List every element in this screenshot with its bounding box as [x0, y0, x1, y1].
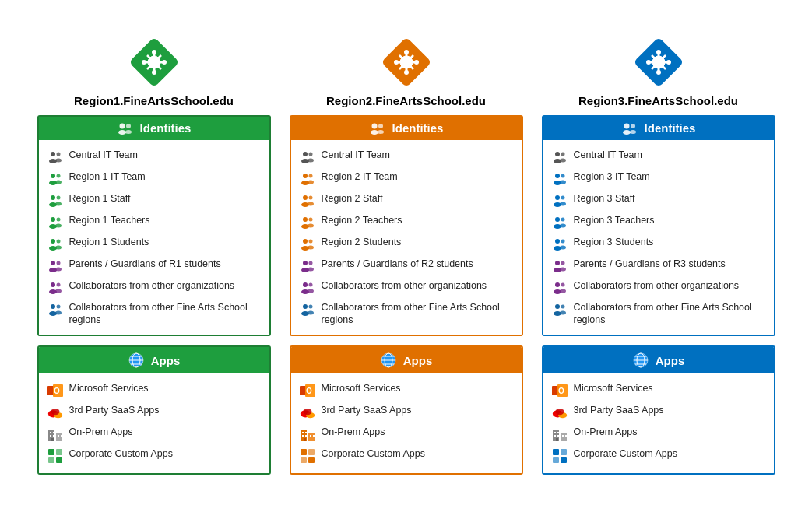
identity-icon — [47, 170, 64, 188]
app-label: Corporate Custom Apps — [574, 447, 766, 460]
region-diamond-icon-2 — [379, 35, 434, 89]
svg-point-181 — [560, 289, 566, 293]
svg-text:O: O — [54, 387, 60, 395]
list-item: Region 1 Teachers — [47, 212, 262, 233]
svg-point-170 — [555, 239, 560, 244]
list-item: O Microsoft Services — [551, 380, 766, 402]
svg-point-44 — [56, 304, 60, 308]
svg-point-158 — [555, 174, 560, 178]
identity-label: Region 1 Students — [69, 236, 262, 248]
apps-body-3: O Microsoft Services 3rd Party SaaS Apps… — [543, 373, 774, 473]
svg-point-173 — [560, 245, 566, 249]
identity-icon — [47, 149, 64, 166]
svg-point-24 — [56, 195, 60, 199]
svg-point-21 — [55, 180, 62, 184]
svg-point-94 — [308, 195, 312, 199]
identity-icon — [551, 301, 568, 318]
svg-point-112 — [303, 304, 308, 309]
identity-icon — [47, 301, 64, 318]
app-icon — [551, 404, 568, 421]
identity-label: Region 2 IT Team — [322, 170, 514, 183]
svg-point-40 — [56, 282, 60, 286]
list-item: Collaborators from other Fine Arts Schoo… — [47, 299, 262, 329]
svg-point-12 — [126, 124, 131, 128]
app-icon: O — [299, 382, 316, 399]
list-item: O Microsoft Services — [299, 380, 514, 402]
svg-point-152 — [631, 124, 635, 128]
svg-point-84 — [303, 152, 308, 156]
svg-rect-132 — [305, 435, 307, 437]
apps-box-2: Apps O Microsoft Services 3rd Party SaaS… — [290, 345, 523, 475]
svg-point-168 — [561, 217, 564, 221]
list-item: Region 1 Staff — [47, 190, 262, 212]
svg-rect-68 — [48, 457, 54, 463]
svg-rect-61 — [50, 435, 51, 437]
svg-rect-202 — [557, 435, 559, 437]
identities-body-2: Central IT Team Region 2 IT Team Region … — [291, 140, 522, 335]
identity-icon — [47, 192, 64, 209]
svg-rect-60 — [53, 432, 54, 433]
identity-label: Parents / Guardians of R1 students — [69, 258, 262, 270]
svg-point-107 — [308, 267, 314, 271]
svg-point-154 — [555, 152, 560, 156]
svg-point-92 — [303, 195, 308, 200]
svg-point-45 — [55, 310, 62, 314]
svg-point-90 — [308, 174, 312, 177]
identity-icon — [551, 192, 568, 209]
svg-point-96 — [303, 217, 308, 222]
svg-point-10 — [119, 123, 125, 128]
identity-icon — [299, 236, 316, 253]
page-container: Region1.FineArtsSchool.edu Identities Ce… — [14, 19, 799, 500]
identities-header-3: Identities — [543, 117, 774, 140]
svg-point-83 — [378, 130, 384, 134]
svg-point-9 — [162, 60, 167, 65]
svg-point-42 — [51, 304, 55, 309]
list-item: Collaborators from other Fine Arts Schoo… — [299, 299, 514, 329]
svg-rect-66 — [48, 449, 54, 455]
list-item: Region 3 Students — [551, 233, 766, 255]
app-label: Corporate Custom Apps — [69, 447, 262, 460]
svg-point-41 — [55, 289, 62, 293]
svg-point-178 — [555, 282, 560, 287]
svg-point-34 — [51, 261, 55, 265]
svg-point-13 — [125, 130, 132, 134]
svg-point-82 — [378, 124, 383, 128]
svg-text:O: O — [558, 387, 564, 395]
app-label: On-Prem Apps — [69, 426, 262, 438]
svg-point-106 — [308, 261, 312, 265]
svg-point-37 — [55, 267, 62, 271]
list-item: Corporate Custom Apps — [551, 445, 766, 467]
list-item: Region 2 Staff — [299, 190, 514, 212]
svg-point-26 — [51, 217, 55, 222]
svg-point-103 — [308, 245, 314, 249]
identity-icon — [551, 149, 568, 166]
svg-rect-209 — [561, 457, 567, 463]
region-title-3: Region3.FineArtsSchool.edu — [578, 94, 738, 107]
app-label: Microsoft Services — [322, 382, 514, 395]
list-item: Parents / Guardians of R1 students — [47, 255, 262, 277]
svg-rect-204 — [565, 435, 567, 437]
svg-point-20 — [56, 174, 60, 177]
svg-point-6 — [152, 50, 156, 54]
apps-body-2: O Microsoft Services 3rd Party SaaS Apps… — [291, 373, 522, 473]
list-item: Corporate Custom Apps — [299, 445, 514, 467]
svg-point-172 — [561, 239, 564, 243]
identity-label: Collaborators from other Fine Arts Schoo… — [574, 301, 766, 327]
identities-box-1: Identities Central IT Team Region 1 IT T… — [37, 115, 271, 337]
svg-point-32 — [56, 239, 60, 243]
svg-point-166 — [555, 217, 560, 222]
list-item: Parents / Guardians of R3 students — [551, 255, 766, 277]
svg-point-99 — [308, 223, 314, 227]
identity-label: Central IT Team — [574, 149, 766, 161]
identity-label: Region 2 Students — [322, 236, 514, 248]
svg-rect-138 — [301, 457, 307, 463]
svg-rect-137 — [308, 449, 315, 455]
svg-point-16 — [56, 152, 60, 156]
identity-icon — [551, 258, 568, 275]
identities-body-1: Central IT Team Region 1 IT Team Region … — [39, 140, 269, 335]
identity-label: Region 1 Teachers — [69, 214, 262, 226]
svg-rect-134 — [313, 435, 315, 437]
svg-point-86 — [308, 152, 312, 156]
identities-box-3: Identities Central IT Team Region 3 IT T… — [542, 115, 775, 337]
svg-point-182 — [555, 304, 560, 309]
